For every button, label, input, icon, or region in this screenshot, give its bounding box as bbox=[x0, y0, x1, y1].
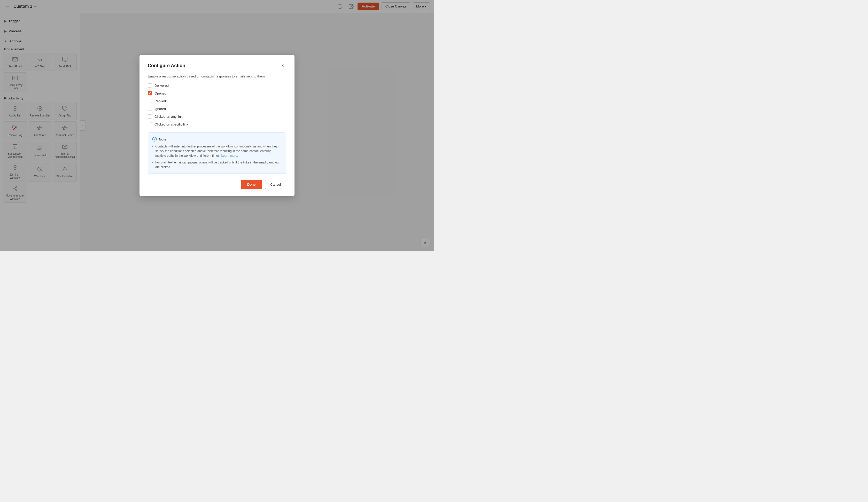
checkbox-box-clicked-specific bbox=[148, 122, 152, 126]
note-item-2: For plain text email campaigns, opens wi… bbox=[152, 160, 282, 169]
note-header: i Note bbox=[152, 137, 282, 142]
checkbox-clicked-any-link[interactable]: Clicked on any link bbox=[148, 114, 286, 118]
note-title: Note bbox=[159, 137, 166, 141]
checkbox-box-clicked-any bbox=[148, 114, 152, 118]
note-item-1-text: Contacts will enter into further process… bbox=[155, 144, 282, 158]
cancel-button[interactable]: Cancel bbox=[265, 180, 286, 189]
checkbox-delivered[interactable]: Delivered bbox=[148, 83, 286, 87]
checkbox-box-ignored bbox=[148, 107, 152, 111]
modal-close-button[interactable]: × bbox=[279, 62, 286, 69]
checkbox-label-clicked-specific: Clicked on specific link bbox=[154, 123, 188, 126]
note-item-1: Contacts will enter into further process… bbox=[152, 144, 282, 158]
modal-title: Configure Action bbox=[148, 63, 185, 69]
checkbox-box-replied bbox=[148, 99, 152, 103]
checkbox-label-opened: Opened bbox=[154, 92, 166, 95]
modal-footer: Done Cancel bbox=[148, 180, 286, 189]
checkbox-list: Delivered Opened Replied Ignored Clicked… bbox=[148, 83, 286, 126]
checkbox-clicked-specific-link[interactable]: Clicked on specific link bbox=[148, 122, 286, 126]
checkbox-opened[interactable]: Opened bbox=[148, 91, 286, 95]
done-button[interactable]: Done bbox=[241, 180, 262, 189]
checkbox-label-delivered: Delivered bbox=[154, 84, 169, 87]
note-info-icon: i bbox=[152, 137, 157, 142]
note-item-2-text: For plain text email campaigns, opens wi… bbox=[155, 160, 282, 169]
checkbox-label-clicked-any: Clicked on any link bbox=[154, 115, 183, 118]
checkbox-ignored[interactable]: Ignored bbox=[148, 107, 286, 111]
checkbox-replied[interactable]: Replied bbox=[148, 99, 286, 103]
configure-action-modal: Configure Action × Enable a response act… bbox=[140, 55, 294, 196]
modal-description: Enable a response action based on contac… bbox=[148, 74, 286, 78]
learn-more-link[interactable]: Learn more. bbox=[221, 154, 238, 158]
checkbox-label-ignored: Ignored bbox=[154, 107, 166, 111]
modal-overlay[interactable]: Configure Action × Enable a response act… bbox=[0, 0, 434, 251]
checkbox-label-replied: Replied bbox=[154, 99, 166, 103]
checkbox-box-delivered bbox=[148, 83, 152, 87]
modal-header: Configure Action × bbox=[148, 62, 286, 69]
note-list: Contacts will enter into further process… bbox=[152, 144, 282, 169]
checkbox-box-opened bbox=[148, 91, 152, 95]
note-box: i Note Contacts will enter into further … bbox=[148, 133, 286, 174]
